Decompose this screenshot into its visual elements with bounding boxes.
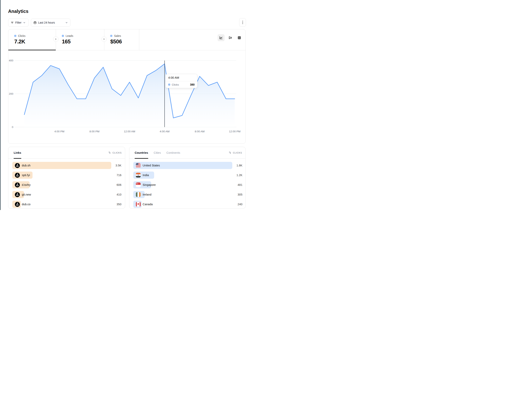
stat-tab-clicks[interactable]: Clicks7.2K (8, 29, 56, 50)
analytics-card: Clicks7.2KLeads165Sales$506 02004004:00 … (8, 29, 246, 144)
countries-panel-header: CountriesCitiesContinents CLICKS (129, 147, 245, 159)
row-value: 1.2K (236, 172, 242, 179)
links-panel: Links CLICKS dub.sh3.5Kspti.fyi716d.to/t… (8, 147, 125, 209)
tab-links[interactable]: Links (14, 147, 21, 159)
x-axis-tick-label: 8:00 PM (90, 130, 99, 133)
x-axis-tick-label: 4:00 AM (160, 130, 170, 133)
chevron-down-icon (65, 22, 68, 24)
x-axis-tick-label: 8:00 AM (195, 130, 205, 133)
country-row-singapore[interactable]: Singapore481 (133, 181, 242, 188)
filter-button[interactable]: Filter (8, 19, 29, 27)
country-row-india[interactable]: India1.2K (133, 172, 242, 179)
row-value: 240 (238, 201, 242, 208)
stat-tab-divider (139, 29, 139, 50)
row-label: Singapore (143, 183, 156, 186)
tooltip-time-label: 4:00 AM (166, 74, 197, 81)
links-metric-label: CLICKS (112, 152, 122, 154)
countries-rows: United States1.8KIndia1.2KSingapore481Ir… (133, 162, 242, 210)
dub-logo-icon (15, 192, 20, 197)
row-value: 350 (117, 201, 121, 208)
us-flag-icon (136, 163, 141, 168)
y-axis-tick-label: 0 (12, 126, 13, 129)
stat-label: Leads (66, 34, 73, 37)
date-range-button[interactable]: Last 24 hours (31, 19, 70, 27)
filter-icon (11, 21, 14, 24)
chart-view-toggles (218, 34, 243, 41)
country-row-canada[interactable]: Canada240 (133, 201, 242, 208)
ie-flag-icon (136, 192, 141, 197)
clicks-legend-chip (14, 35, 16, 37)
countries-metric-selector[interactable]: CLICKS (229, 151, 242, 154)
row-value: 1.8K (236, 162, 242, 169)
row-label: spti.fyi (22, 174, 30, 177)
row-label: Canada (143, 203, 153, 206)
row-value: 716 (117, 172, 121, 179)
row-label: India (143, 174, 149, 177)
countries-metric-label: CLICKS (233, 152, 242, 154)
row-label: United States (143, 164, 160, 167)
link-row-d-to-try[interactable]: d.to/try606 (12, 181, 121, 188)
sg-flag-icon (136, 182, 141, 187)
filter-button-label: Filter (15, 21, 22, 24)
country-row-united-states[interactable]: United States1.8K (133, 162, 242, 169)
stat-tab-sales[interactable]: Sales$506 (104, 29, 139, 50)
stat-label: Clicks (18, 34, 25, 37)
chevron-down-icon (23, 22, 26, 24)
stat-expand-chevron-1[interactable] (53, 36, 59, 42)
page-title: Analytics (8, 9, 28, 14)
dub-logo-icon (15, 163, 20, 168)
tab-continents[interactable]: Continents (166, 147, 180, 159)
ca-flag-icon (136, 202, 141, 207)
grid-view-button[interactable] (236, 34, 243, 41)
stat-value: 7.2K (14, 39, 56, 45)
tooltip-series-label: Clicks (172, 83, 188, 86)
tab-cities[interactable]: Cities (154, 147, 161, 159)
countries-panel: CountriesCitiesContinents CLICKS United … (129, 147, 246, 209)
stat-label: Sales (114, 34, 121, 37)
x-axis-tick-label: 4:00 PM (54, 130, 64, 133)
stat-expand-chevron-2[interactable] (101, 36, 107, 42)
row-value: 481 (238, 181, 242, 188)
cursor-click-icon (229, 151, 232, 154)
funnel-view-button[interactable] (227, 34, 234, 41)
row-label: git.new (22, 193, 31, 196)
dub-logo-icon (15, 182, 20, 188)
dub-logo-icon (15, 173, 20, 178)
x-axis-tick-label: 12:00 AM (124, 130, 135, 133)
tab-countries[interactable]: Countries (135, 147, 148, 159)
link-row-dub-sh[interactable]: dub.sh3.5K (12, 162, 121, 169)
clicks-area-fill (24, 64, 235, 127)
dub-logo-icon (15, 202, 20, 207)
stat-value: $506 (110, 39, 139, 45)
calendar-icon (34, 21, 37, 24)
country-row-ireland[interactable]: Ireland305 (133, 191, 242, 198)
row-label: dub.sh (22, 164, 30, 167)
row-label: Ireland (143, 193, 151, 196)
left-edge-strip (0, 0, 0, 210)
link-row-spti-fyi[interactable]: spti.fyi716 (12, 172, 121, 179)
x-axis-tick-label: 12:00 PM (229, 130, 240, 133)
in-flag-icon (136, 173, 141, 178)
sales-legend-chip (110, 35, 112, 37)
links-rows: dub.sh3.5Kspti.fyi716d.to/try606git.new4… (12, 162, 121, 210)
kebab-menu-button[interactable] (239, 18, 246, 27)
leads-legend-chip (62, 35, 64, 37)
link-row-git-new[interactable]: git.new410 (12, 191, 121, 198)
row-label: dub.co (22, 203, 30, 206)
y-axis-tick-label: 200 (9, 92, 13, 95)
clicks-timeseries-chart[interactable]: 02004004:00 PM8:00 PM12:00 AM4:00 AM8:00… (8, 50, 246, 144)
row-value: 3.5K (115, 162, 121, 169)
date-range-label: Last 24 hours (38, 21, 55, 24)
chart-tooltip: 4:00 AM Clicks 380 (165, 74, 197, 88)
row-value: 305 (238, 191, 242, 198)
stat-tab-leads[interactable]: Leads165 (56, 29, 104, 50)
line-chart-view-button[interactable] (218, 34, 224, 41)
row-value: 410 (117, 191, 121, 198)
y-axis-tick-label: 400 (9, 59, 13, 62)
links-metric-selector[interactable]: CLICKS (109, 151, 122, 154)
tooltip-value: 380 (190, 83, 194, 86)
stat-value: 165 (62, 39, 104, 45)
link-row-dub-co[interactable]: dub.co350 (12, 201, 121, 208)
cursor-click-icon (109, 151, 111, 154)
clicks-legend-chip (168, 84, 170, 86)
